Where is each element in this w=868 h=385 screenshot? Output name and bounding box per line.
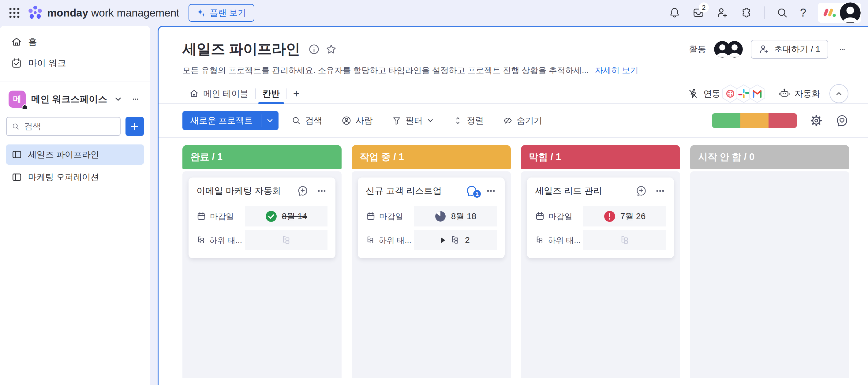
- subtasks-cell[interactable]: 2: [414, 230, 497, 250]
- workspace-name: 메인 워크스페이스: [31, 93, 107, 105]
- sidebar-search[interactable]: [6, 117, 121, 136]
- board-title[interactable]: 세일즈 파이프라인: [182, 39, 300, 59]
- feedback-chat-heart-icon[interactable]: [836, 114, 848, 127]
- subtasks-icon: [535, 236, 544, 245]
- subtasks-row: 하위 태...: [196, 230, 328, 250]
- subtasks-row: 하위 태...: [535, 230, 666, 250]
- subtasks-cell[interactable]: [583, 230, 666, 250]
- apps-marketplace-icon[interactable]: [740, 7, 752, 19]
- person-filter-button[interactable]: 사람: [335, 111, 379, 130]
- card-menu-icon[interactable]: [316, 185, 328, 197]
- add-comment-icon[interactable]: [297, 185, 309, 197]
- activity-avatars[interactable]: [714, 41, 743, 58]
- add-comment-icon[interactable]: [636, 185, 647, 197]
- user-avatar[interactable]: [840, 2, 861, 23]
- new-project-dropdown[interactable]: [261, 111, 279, 130]
- card-menu-icon[interactable]: [485, 185, 497, 197]
- workspace-row[interactable]: 메 메인 워크스페이스: [6, 91, 144, 108]
- settings-gear-icon[interactable]: [810, 114, 823, 127]
- calendar-icon: [366, 212, 376, 221]
- tab-kanban[interactable]: 칸반: [256, 84, 286, 103]
- sidebar-search-input[interactable]: [24, 122, 115, 131]
- kanban-card[interactable]: 신규 고객 리스트업 1 마감일: [358, 178, 505, 258]
- calendar-icon: [535, 212, 545, 221]
- gmail-badge-icon[interactable]: [749, 84, 766, 103]
- filter-button[interactable]: 필터: [385, 111, 440, 130]
- see-plans-button[interactable]: 플랜 보기: [189, 4, 254, 22]
- status-battery: [712, 113, 797, 128]
- inbox-icon[interactable]: 2: [692, 7, 705, 19]
- add-view-button[interactable]: +: [287, 87, 306, 100]
- robot-icon: [779, 88, 790, 99]
- workspace-chevron-down-icon[interactable]: [114, 95, 122, 103]
- apps-grid-icon[interactable]: [8, 6, 21, 19]
- calendar-icon: [196, 212, 206, 221]
- column-header: 작업 중 / 1: [352, 145, 511, 169]
- board-item-label: 마케팅 오퍼레이션: [28, 171, 99, 183]
- column-header: 막힘 / 1: [521, 145, 680, 169]
- automation-button[interactable]: 자동화: [779, 88, 820, 99]
- comments-icon[interactable]: 1: [466, 185, 478, 197]
- board-item-label: 세일즈 파이프라인: [28, 149, 99, 160]
- kanban-card[interactable]: 이메일 마케팅 자동화 마감일: [189, 178, 336, 258]
- kanban-column-done: 완료 / 1 이메일 마케팅 자동화 마감일: [182, 145, 342, 378]
- integrations-lightning-icon: [687, 88, 699, 99]
- notifications-bell-icon[interactable]: [669, 7, 681, 19]
- sidebar-item-label: 홈: [28, 36, 37, 48]
- info-icon[interactable]: [308, 43, 320, 55]
- eye-slash-icon: [503, 116, 513, 126]
- board-menu-icon[interactable]: [836, 43, 848, 55]
- column-header: 시작 안 함 / 0: [690, 145, 849, 169]
- activity-button[interactable]: 활동: [689, 43, 706, 55]
- new-project-button[interactable]: 새로운 프로젝트: [182, 111, 279, 130]
- due-date-value: 7월 26: [620, 211, 646, 222]
- kanban-card[interactable]: 세일즈 리드 관리 마감일: [527, 178, 674, 258]
- hide-button[interactable]: 숨기기: [497, 111, 549, 130]
- tab-main-table[interactable]: 메인 테이블: [182, 84, 255, 103]
- chevron-down-icon: [427, 117, 434, 124]
- subtasks-cell[interactable]: [245, 230, 328, 250]
- see-more-link[interactable]: 자세히 보기: [595, 65, 639, 76]
- column-body: 신규 고객 리스트업 1 마감일: [352, 171, 511, 378]
- sidebar-board-marketing-ops[interactable]: 마케팅 오퍼레이션: [6, 167, 144, 187]
- sidebar-divider: [0, 81, 150, 82]
- monday-flower-icon: [27, 5, 43, 21]
- sidebar-item-label: 마이 워크: [28, 57, 66, 69]
- sidebar-board-sales-pipeline[interactable]: 세일즈 파이프라인: [6, 145, 144, 165]
- due-date-cell[interactable]: 7월 26: [583, 206, 666, 226]
- board-panel: 세일즈 파이프라인 활동 초대하기 / 1 모든 유형의 프로젝트를 관리하세요…: [158, 26, 868, 385]
- card-title: 이메일 마케팅 자동화: [196, 185, 289, 197]
- funnel-icon: [392, 116, 402, 126]
- subtasks-icon: [196, 236, 206, 245]
- help-icon[interactable]: ?: [800, 6, 806, 19]
- topbar-divider: [764, 6, 765, 19]
- comment-count-badge: 1: [472, 189, 482, 198]
- due-date-row: 마감일 7월 26: [535, 206, 666, 226]
- sidebar-item-my-work[interactable]: 마이 워크: [6, 54, 144, 73]
- card-menu-icon[interactable]: [654, 185, 666, 197]
- expand-subtasks-icon[interactable]: [441, 237, 445, 243]
- board-icon: [12, 172, 22, 183]
- status-overdue-icon: [604, 211, 616, 222]
- active-tab-underline: [258, 102, 284, 104]
- invite-members-icon[interactable]: [716, 7, 728, 19]
- integrations-button[interactable]: 연동: [687, 88, 720, 99]
- add-board-button[interactable]: [125, 117, 144, 136]
- integration-badges: [722, 84, 766, 103]
- board-icon: [12, 149, 22, 160]
- kanban-column-working: 작업 중 / 1 신규 고객 리스트업 1: [352, 145, 511, 378]
- account-chip[interactable]: [818, 3, 861, 23]
- due-date-cell[interactable]: 8월 14: [245, 206, 328, 226]
- sidebar-item-home[interactable]: 홈: [6, 32, 144, 52]
- invite-button[interactable]: 초대하기 / 1: [751, 40, 828, 59]
- subtasks-icon: [450, 235, 460, 245]
- collapse-header-button[interactable]: [830, 84, 848, 103]
- favorite-star-icon[interactable]: [326, 43, 337, 55]
- search-button[interactable]: 검색: [285, 111, 329, 130]
- due-date-cell[interactable]: 8월 18: [414, 206, 497, 226]
- kanban-column-stuck: 막힘 / 1 세일즈 리드 관리 마감일: [521, 145, 680, 378]
- workspace-menu-icon[interactable]: [130, 93, 142, 105]
- product-logo[interactable]: monday work management: [27, 5, 179, 21]
- global-search-icon[interactable]: [776, 7, 788, 19]
- sort-button[interactable]: 정렬: [447, 111, 490, 130]
